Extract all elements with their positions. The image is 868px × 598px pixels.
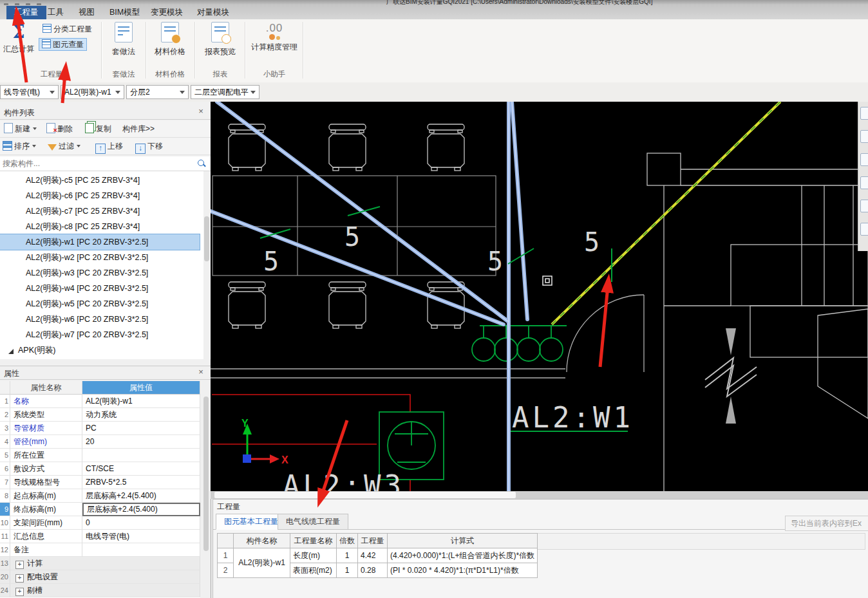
list-item[interactable]: AL2(明装)-w4 [PC 20 ZRBV-3*2.5]: [0, 281, 200, 296]
view-tool-icon[interactable]: [860, 107, 868, 120]
tab-gongju[interactable]: 工具: [40, 6, 71, 19]
list-item[interactable]: AL2(明装)-c6 [PC 25 ZRBV-3*4]: [0, 188, 200, 203]
search-icon[interactable]: [198, 160, 204, 166]
close-icon[interactable]: ×: [196, 107, 205, 116]
property-row: 3导管材质PC: [0, 422, 200, 435]
element-query-icon: [42, 39, 51, 48]
property-group-row[interactable]: 24+剔槽: [0, 584, 200, 597]
copy-button[interactable]: 复制: [85, 122, 111, 135]
expand-plus-icon[interactable]: +: [15, 588, 24, 596]
cad-digit: 5: [263, 247, 279, 276]
ribbon: Σ 汇总计算 分类工程量 图元查量 套做法 材料价格 报表预览 .00 计算精度…: [0, 19, 868, 83]
cad-viewport[interactable]: 5 5 5 5 AL2:W1 AL2:W3 Y X: [211, 102, 868, 499]
property-group-row[interactable]: 13+计算: [0, 557, 200, 570]
ribbon-separator: [303, 22, 304, 79]
property-row: 4管径(mm)20: [0, 435, 200, 449]
cad-drawing[interactable]: 5 5 5 5 AL2:W1 AL2:W3 Y X: [211, 102, 868, 491]
stairwell: [647, 153, 868, 491]
cad-digit: 5: [487, 247, 503, 276]
chevron-down-icon: [115, 91, 120, 94]
ribbon-separator: [194, 22, 196, 79]
report-preview-button[interactable]: 报表预览: [200, 22, 241, 57]
view-tool-icon[interactable]: [860, 130, 868, 143]
list-item[interactable]: AL2(明装)-w2 [PC 20 ZRBV-3*2.5]: [0, 250, 200, 265]
properties-scrollbar[interactable]: [203, 381, 209, 598]
property-row: 11汇总信息电线导管(电): [0, 530, 200, 543]
axis-x-label: X: [281, 454, 288, 465]
component-name-cell: AL2(明装)-w1: [234, 548, 290, 578]
move-up-button[interactable]: ↑上移: [95, 140, 123, 153]
view-tool-icon[interactable]: [860, 223, 868, 236]
layer-dropdown[interactable]: 分层2: [126, 85, 189, 99]
list-scrollbar[interactable]: [203, 171, 210, 359]
menu-tab-bar: 工程量 工具 视图 BIM模型 变更模块 对量模块: [0, 5, 868, 20]
property-row: 2系统类型动力系统: [0, 408, 200, 422]
property-row: 5所在位置: [0, 449, 200, 462]
list-item[interactable]: AL2(明装)-w3 [PC 20 ZRBV-3*2.5]: [0, 265, 200, 281]
left-panel: 构件列表 × 新建 删除 复制 构件库>> 排序 过滤 ↑上移 ↓下移 AL2(…: [0, 102, 211, 598]
apply-method-button[interactable]: 套做法: [103, 22, 144, 57]
quantity-row[interactable]: 1 AL2(明装)-w1 长度(m) 1 4.42 (4.420+0.000)*…: [218, 548, 538, 563]
cad-label-al2w1: AL2:W1: [512, 401, 634, 434]
new-button[interactable]: 新建: [4, 122, 37, 135]
chevron-down-icon: [50, 91, 55, 94]
col-quantity: 工程量: [358, 534, 388, 548]
pick-target-icon: [543, 276, 552, 285]
scrollbar-thumb[interactable]: [214, 492, 516, 498]
element-query-button[interactable]: 图元查量: [39, 38, 87, 51]
property-group-row[interactable]: 20+配电设置: [0, 570, 200, 584]
export-to-excel-button[interactable]: 导出当前表内容到Ex: [785, 516, 868, 531]
app-window: { "titlebar": {"title": "广联达BIM安装计量GQI20…: [0, 0, 868, 598]
quantity-table: 构件名称 工程量名称 倍数 工程量 计算式 1 AL2(明装)-w1 长度(m)…: [217, 533, 538, 578]
measure-tick: [260, 207, 612, 282]
material-price-button[interactable]: 材料价格: [149, 22, 191, 57]
list-item[interactable]: AL2(明装)-c5 [PC 25 ZRBV-3*4]: [0, 173, 200, 188]
group-label-cailiao: 材料价格: [149, 70, 191, 79]
tab-biangeng[interactable]: 变更模块: [143, 6, 191, 19]
col-multiplier: 倍数: [337, 534, 358, 548]
tab-duiliang[interactable]: 对量模块: [189, 6, 237, 19]
summary-calc-button[interactable]: Σ 汇总计算: [0, 22, 37, 55]
properties-table: 属性名称 属性值 1名称AL2(明装)-w1 2系统类型动力系统 3导管材质PC…: [0, 381, 200, 598]
tab-shitu[interactable]: 视图: [71, 6, 102, 19]
library-button[interactable]: 构件库>>: [122, 122, 155, 135]
list-item[interactable]: AL2(明装)-c8 [PC 25 ZRBV-3*4]: [0, 219, 200, 234]
view-tool-icon[interactable]: [860, 176, 868, 189]
list-item[interactable]: AL2(明装)-c7 [PC 25 ZRBV-3*4]: [0, 203, 200, 219]
classified-quantity-button[interactable]: 分类工程量: [40, 23, 95, 35]
precision-manage-button[interactable]: .00 计算精度管理: [250, 22, 299, 53]
quantity-table-header-row: 构件名称 工程量名称 倍数 工程量 计算式: [218, 534, 538, 548]
filter-button[interactable]: 过滤: [48, 140, 80, 153]
close-icon[interactable]: ×: [196, 368, 205, 377]
list-group-item[interactable]: APK(明装): [0, 342, 200, 358]
arrow-down-icon: ↓: [135, 144, 146, 154]
expanded-triangle-icon: [8, 349, 14, 354]
view-tool-icon[interactable]: [860, 153, 868, 166]
list-item[interactable]: AL2(明装)-w7 [PC 20 ZRBV-3*2.5]: [0, 327, 200, 342]
sort-button[interactable]: 排序: [3, 140, 36, 153]
list-item-selected[interactable]: AL2(明装)-w1 [PC 20 ZRBV-3*2.5]: [0, 234, 200, 250]
table-header-extension: [530, 533, 865, 550]
view-tool-icon[interactable]: [860, 200, 868, 212]
expand-plus-icon[interactable]: +: [15, 574, 24, 583]
tab-basic-quantity[interactable]: 图元基本工程量: [216, 514, 287, 530]
apply-method-icon: [115, 22, 133, 42]
component-dropdown[interactable]: AL2(明装)-w1: [61, 85, 124, 99]
material-price-icon: [161, 22, 179, 42]
cad-horizontal-scrollbar[interactable]: [211, 491, 868, 499]
filter-icon: [48, 144, 57, 151]
search-input[interactable]: [1, 157, 191, 170]
move-down-button[interactable]: ↓下移: [135, 140, 163, 153]
delete-button[interactable]: 删除: [46, 122, 73, 135]
list-item[interactable]: AL2(明装)-w6 [PC 20 ZRBV-3*2.5]: [0, 312, 200, 327]
drawing-dropdown[interactable]: 二层空调配电平: [191, 85, 259, 99]
element-type-dropdown[interactable]: 线导管(电): [0, 85, 59, 99]
list-item[interactable]: AL2(明装)-w5 [PC 20 ZRBV-3*2.5]: [0, 296, 200, 312]
expand-plus-icon[interactable]: +: [15, 561, 24, 569]
door-arc: [567, 295, 644, 372]
tab-bim-model[interactable]: BIM模型: [102, 6, 147, 19]
tab-cable-quantity[interactable]: 电气线缆工程量: [278, 514, 348, 530]
conduit-lines-blue[interactable]: [211, 102, 527, 491]
chevron-down-icon: [250, 91, 256, 94]
cad-digit: 5: [584, 227, 599, 257]
